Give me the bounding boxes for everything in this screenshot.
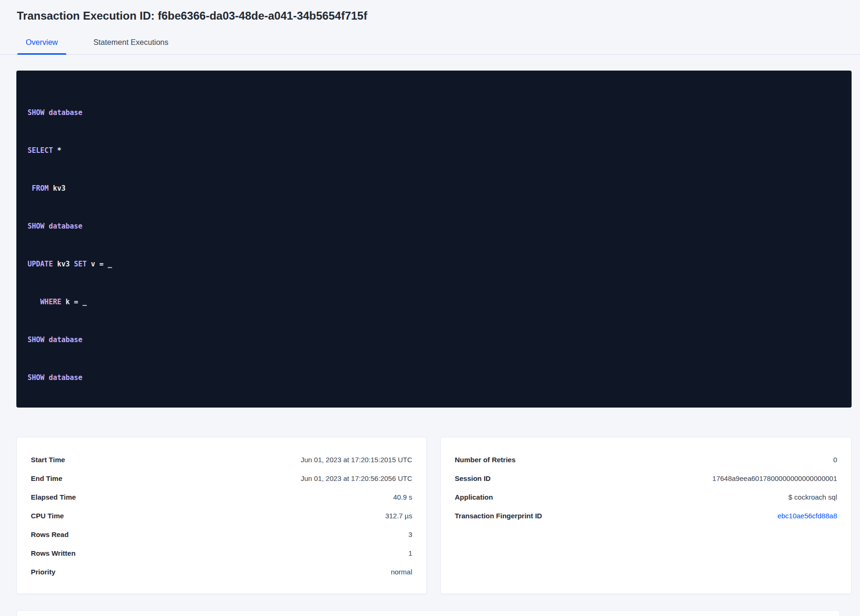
summary-cards-row: Start Time Jun 01, 2023 at 17:20:15:2015… <box>16 437 852 594</box>
kv-label: Priority <box>31 568 56 576</box>
kv-label: Number of Retries <box>455 456 516 464</box>
kv-label: End Time <box>31 474 62 482</box>
kv-value: 312.7 µs <box>385 512 412 520</box>
kv-label: Rows Read <box>31 530 69 538</box>
kv-row-end-time: End Time Jun 01, 2023 at 17:20:56:2056 U… <box>31 469 412 487</box>
sql-line: SHOW database <box>28 220 840 233</box>
page-title: Transaction Execution ID: f6be6366-da03-… <box>0 0 860 22</box>
kv-label: Transaction Fingerprint ID <box>455 512 542 520</box>
kv-row-retries: Number of Retries 0 <box>455 450 837 469</box>
kv-value: 0 <box>833 456 837 464</box>
kv-label: Application <box>455 493 493 501</box>
kv-label: Session ID <box>455 474 491 482</box>
kv-row-rows-written: Rows Written 1 <box>31 544 412 562</box>
sql-line: FROM kv3 <box>28 182 840 195</box>
kv-row-cpu-time: CPU Time 312.7 µs <box>31 506 412 525</box>
kv-row-application: Application $ cockroach sql <box>455 487 837 506</box>
sql-line: UPDATE kv3 SET v = _ <box>28 258 840 271</box>
kv-label: CPU Time <box>31 512 64 520</box>
sql-line: WHERE k = _ <box>28 296 840 308</box>
insights-card: Insights Details High Contention Time Sp… <box>16 610 840 616</box>
kv-label: Start Time <box>31 456 65 464</box>
kv-row-elapsed-time: Elapsed Time 40.9 s <box>31 487 412 506</box>
transaction-fingerprint-link[interactable]: ebc10ae56cfd88a8 <box>777 512 837 520</box>
kv-row-rows-read: Rows Read 3 <box>31 525 412 544</box>
kv-row-session-id: Session ID 17648a9eea6017800000000000000… <box>455 469 837 487</box>
kv-value: $ cockroach sql <box>788 493 837 501</box>
session-summary-card: Number of Retries 0 Session ID 17648a9ee… <box>440 437 852 594</box>
kv-row-start-time: Start Time Jun 01, 2023 at 17:20:15:2015… <box>31 450 412 469</box>
tab-bar: Overview Statement Executions <box>0 35 860 55</box>
kv-value: Jun 01, 2023 at 17:20:15:2015 UTC <box>301 456 412 464</box>
sql-line: SHOW database <box>28 372 840 384</box>
kv-row-priority: Priority normal <box>31 562 412 581</box>
sql-line: SHOW database <box>28 107 840 119</box>
sql-statements-box: SHOW database SELECT * FROM kv3 SHOW dat… <box>16 71 852 408</box>
kv-value: Jun 01, 2023 at 17:20:56:2056 UTC <box>301 474 412 482</box>
kv-value: normal <box>391 568 412 576</box>
execution-summary-card: Start Time Jun 01, 2023 at 17:20:15:2015… <box>16 437 427 594</box>
kv-value: 17648a9eea6017800000000000000001 <box>712 474 837 482</box>
kv-label: Elapsed Time <box>31 493 76 501</box>
kv-label: Rows Written <box>31 549 76 557</box>
sql-line: SHOW database <box>28 334 840 346</box>
tab-statement-executions[interactable]: Statement Executions <box>85 35 177 54</box>
kv-row-transaction-fingerprint-id: Transaction Fingerprint ID ebc10ae56cfd8… <box>455 506 837 525</box>
kv-value: 40.9 s <box>393 493 412 501</box>
kv-value: 1 <box>408 549 412 557</box>
kv-value: 3 <box>408 530 412 538</box>
sql-line: SELECT * <box>28 144 840 157</box>
tab-overview[interactable]: Overview <box>17 35 66 54</box>
